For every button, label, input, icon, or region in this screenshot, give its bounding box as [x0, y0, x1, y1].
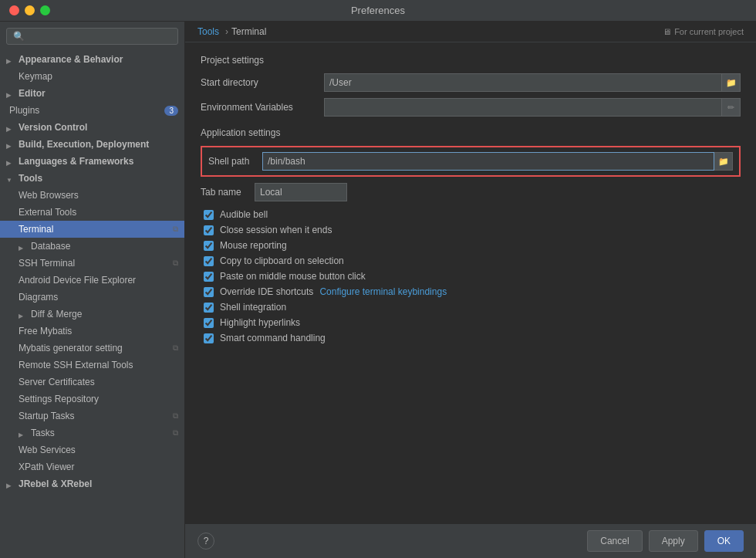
sidebar-item-web-browsers[interactable]: Web Browsers: [0, 187, 184, 204]
copy-icon: ⧉: [173, 259, 178, 268]
checkbox-paste-middle[interactable]: [204, 272, 214, 282]
start-directory-row: Start directory 📁: [201, 73, 741, 92]
sidebar-nav: Appearance & Behavior Keymap Editor Plug…: [0, 51, 184, 558]
checkbox-row-mouse-reporting: Mouse reporting: [201, 240, 741, 251]
sidebar-item-database[interactable]: Database: [0, 238, 184, 255]
shell-path-browse[interactable]: 📁: [714, 152, 733, 171]
content-area: Tools › Terminal 🖥 For current project P…: [185, 22, 756, 558]
sidebar-item-keymap[interactable]: Keymap: [0, 68, 184, 85]
start-directory-input[interactable]: [324, 73, 722, 92]
sidebar-item-mybatis-generator[interactable]: Mybatis generator setting ⧉: [0, 340, 184, 357]
chevron-right-icon: [6, 479, 15, 489]
checkbox-label-copy-clipboard: Copy to clipboard on selection: [220, 255, 344, 266]
checkbox-mouse-reporting[interactable]: [204, 241, 214, 251]
checkbox-row-audible-bell: Audible bell: [201, 209, 741, 220]
sidebar-item-settings-repository[interactable]: Settings Repository: [0, 391, 184, 408]
env-variables-input[interactable]: [324, 98, 722, 117]
chevron-right-icon: [19, 309, 28, 319]
breadcrumb: Tools › Terminal 🖥 For current project: [185, 22, 756, 42]
sidebar-item-startup-tasks[interactable]: Startup Tasks ⧉: [0, 408, 184, 424]
folder-icon: 📁: [726, 78, 737, 88]
settings-content: Project settings Start directory 📁 Envir…: [185, 42, 756, 523]
shell-path-row: Shell path 📁: [208, 152, 733, 171]
sidebar-item-build[interactable]: Build, Execution, Deployment: [0, 136, 184, 153]
start-directory-browse[interactable]: 📁: [722, 73, 741, 92]
main-container: Appearance & Behavior Keymap Editor Plug…: [0, 22, 756, 558]
checkbox-audible-bell[interactable]: [204, 210, 214, 220]
checkbox-copy-clipboard[interactable]: [204, 256, 214, 266]
checkbox-label-close-session: Close session when it ends: [220, 225, 332, 235]
folder-icon: 📁: [718, 157, 729, 167]
checkbox-shell-integration[interactable]: [204, 303, 214, 313]
minimize-button[interactable]: [25, 5, 35, 15]
checkbox-close-session[interactable]: [204, 225, 214, 235]
tab-name-row: Tab name: [201, 183, 741, 201]
search-input[interactable]: [6, 28, 178, 45]
checkbox-label-override-shortcuts: Override IDE shortcuts: [220, 286, 313, 297]
checkbox-highlight-hyperlinks[interactable]: [204, 318, 214, 328]
configure-keybindings-link[interactable]: Configure terminal keybindings: [319, 286, 447, 297]
chevron-right-icon: [19, 428, 28, 438]
sidebar-item-tasks[interactable]: Tasks ⧉: [0, 424, 184, 441]
start-directory-label: Start directory: [201, 77, 324, 88]
checkbox-label-mouse-reporting: Mouse reporting: [220, 240, 287, 251]
sidebar-item-web-services[interactable]: Web Services: [0, 441, 184, 458]
sidebar-item-android-device[interactable]: Android Device File Explorer: [0, 272, 184, 289]
breadcrumb-separator: ›: [225, 26, 228, 37]
chevron-right-icon: [6, 89, 15, 98]
sidebar-item-languages[interactable]: Languages & Frameworks: [0, 153, 184, 170]
sidebar-item-version-control[interactable]: Version Control: [0, 119, 184, 136]
sidebar-item-remote-ssh[interactable]: Remote SSH External Tools: [0, 357, 184, 374]
checkbox-label-shell-integration: Shell integration: [220, 302, 286, 313]
sidebar-item-jrebel[interactable]: JRebel & XRebel: [0, 475, 184, 492]
chevron-right-icon: [6, 140, 15, 149]
sidebar-item-plugins[interactable]: Plugins 3: [0, 102, 184, 119]
env-variables-label: Environment Variables: [201, 102, 324, 113]
project-scope: 🖥 For current project: [663, 27, 744, 36]
chevron-right-icon: [6, 55, 15, 64]
breadcrumb-parent[interactable]: Tools: [197, 26, 219, 37]
tab-name-input[interactable]: [255, 183, 347, 201]
window-controls[interactable]: [9, 5, 50, 15]
checkbox-row-smart-command: Smart command handling: [201, 333, 741, 343]
checkbox-label-highlight-hyperlinks: Highlight hyperlinks: [220, 317, 300, 328]
help-button[interactable]: ?: [197, 533, 214, 550]
ok-button[interactable]: OK: [704, 530, 744, 552]
shell-path-label: Shell path: [208, 156, 262, 167]
sidebar: Appearance & Behavior Keymap Editor Plug…: [0, 22, 185, 558]
sidebar-item-xpath-viewer[interactable]: XPath Viewer: [0, 458, 184, 475]
checkbox-label-smart-command: Smart command handling: [220, 333, 326, 343]
sidebar-item-appearance[interactable]: Appearance & Behavior: [0, 51, 184, 68]
maximize-button[interactable]: [40, 5, 50, 15]
checkbox-override-shortcuts[interactable]: [204, 287, 214, 297]
checkbox-smart-command[interactable]: [204, 333, 214, 343]
sidebar-item-free-mybatis[interactable]: Free Mybatis: [0, 323, 184, 340]
chevron-right-icon: [6, 123, 15, 132]
shell-path-input[interactable]: [262, 152, 714, 171]
copy-icon: ⧉: [173, 343, 178, 353]
close-button[interactable]: [9, 5, 19, 15]
env-variables-row: Environment Variables ✏: [201, 98, 741, 117]
sidebar-item-external-tools[interactable]: External Tools: [0, 204, 184, 221]
env-variables-browse[interactable]: ✏: [722, 98, 741, 117]
apply-button[interactable]: Apply: [649, 530, 698, 552]
sidebar-item-ssh-terminal[interactable]: SSH Terminal ⧉: [0, 255, 184, 272]
sidebar-item-diff-merge[interactable]: Diff & Merge: [0, 306, 184, 323]
checkbox-label-paste-middle: Paste on middle mouse button click: [220, 271, 366, 282]
checkbox-row-paste-middle: Paste on middle mouse button click: [201, 271, 741, 282]
chevron-down-icon: [6, 174, 15, 183]
sidebar-item-server-certificates[interactable]: Server Certificates: [0, 374, 184, 391]
checkbox-row-override-shortcuts: Override IDE shortcutsConfigure terminal…: [201, 286, 741, 297]
cancel-button[interactable]: Cancel: [587, 530, 642, 552]
sidebar-item-terminal[interactable]: Terminal ⧉: [0, 221, 184, 238]
sidebar-item-tools[interactable]: Tools: [0, 170, 184, 187]
checkbox-row-shell-integration: Shell integration: [201, 302, 741, 313]
tab-name-label: Tab name: [201, 187, 255, 198]
sidebar-item-editor[interactable]: Editor: [0, 85, 184, 102]
sidebar-item-diagrams[interactable]: Diagrams: [0, 289, 184, 306]
checkbox-row-copy-clipboard: Copy to clipboard on selection: [201, 255, 741, 266]
action-buttons: Cancel Apply OK: [587, 530, 744, 552]
project-icon: 🖥: [663, 27, 671, 36]
checkbox-label-audible-bell: Audible bell: [220, 209, 268, 220]
copy-icon: ⧉: [173, 411, 178, 421]
